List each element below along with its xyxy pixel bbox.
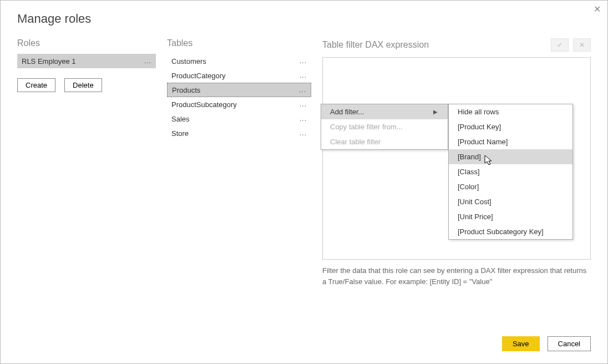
role-buttons: Create Delete (17, 78, 156, 92)
table-item-label: Sales (171, 115, 190, 123)
menu-item-label: [Brand] (458, 153, 481, 161)
menu-item-label: [Product Name] (458, 138, 508, 146)
menu-item-label: Hide all rows (458, 108, 499, 116)
ellipsis-icon[interactable]: ... (300, 57, 307, 65)
ellipsis-icon[interactable]: ... (144, 57, 151, 65)
submenu-color[interactable]: [Color] (449, 179, 572, 194)
submenu-product-name[interactable]: [Product Name] (449, 134, 572, 149)
expression-header-row: Table filter DAX expression ✓ ✕ (322, 38, 591, 52)
expression-header: Table filter DAX expression (322, 40, 429, 50)
ellipsis-icon[interactable]: ... (300, 100, 307, 108)
menu-item-label: [Product Subcategory Key] (458, 228, 544, 236)
check-icon: ✓ (557, 41, 563, 49)
ellipsis-icon[interactable]: ... (300, 72, 307, 79)
table-item-productsubcategory[interactable]: ProductSubcategory ... (167, 97, 311, 112)
role-item[interactable]: RLS Employee 1 ... (17, 54, 156, 68)
chevron-right-icon: ▶ (433, 109, 438, 115)
menu-item-label: Clear table filter (330, 138, 381, 146)
table-item-label: Products (172, 86, 200, 94)
delete-button[interactable]: Delete (64, 78, 102, 92)
menu-add-filter[interactable]: Add filter... ▶ (321, 104, 448, 119)
create-button[interactable]: Create (17, 78, 55, 92)
roles-panel: Roles RLS Employee 1 ... Create Delete (17, 38, 156, 287)
submenu-hide-all-rows[interactable]: Hide all rows (449, 104, 572, 119)
table-context-menu: Add filter... ▶ Copy table filter from..… (321, 104, 448, 150)
menu-item-label: Add filter... (330, 108, 364, 116)
menu-clear-filter: Clear table filter (321, 134, 448, 149)
ellipsis-icon[interactable]: ... (299, 86, 306, 94)
table-item-label: ProductCategory (171, 72, 226, 80)
submenu-product-key[interactable]: [Product Key] (449, 119, 572, 134)
dialog-title: Manage roles (17, 12, 591, 26)
roles-list: RLS Employee 1 ... (17, 54, 156, 68)
submenu-unit-cost[interactable]: [Unit Cost] (449, 194, 572, 209)
table-item-customers[interactable]: Customers ... (167, 54, 311, 68)
tables-list: Customers ... ProductCategory ... Produc… (167, 54, 311, 140)
menu-item-label: [Unit Cost] (458, 198, 492, 206)
tables-panel: Tables Customers ... ProductCategory ...… (167, 38, 311, 287)
ellipsis-icon[interactable]: ... (300, 129, 307, 137)
ellipsis-icon[interactable]: ... (300, 115, 307, 123)
menu-item-label: Copy table filter from... (330, 123, 403, 131)
submenu-product-subcategory-key[interactable]: [Product Subcategory Key] (449, 224, 572, 239)
expression-buttons: ✓ ✕ (551, 38, 591, 52)
clear-button[interactable]: ✕ (573, 38, 591, 52)
x-icon: ✕ (579, 41, 585, 49)
table-item-label: Store (171, 129, 189, 138)
submenu-unit-price[interactable]: [Unit Price] (449, 209, 572, 224)
table-item-productcategory[interactable]: ProductCategory ... (167, 68, 311, 83)
submenu-brand[interactable]: [Brand] (449, 149, 572, 164)
roles-header: Roles (17, 38, 156, 48)
table-item-store[interactable]: Store ... (167, 126, 311, 140)
menu-item-label: [Product Key] (458, 123, 501, 131)
cancel-button[interactable]: Cancel (548, 336, 591, 351)
add-filter-submenu: Hide all rows [Product Key] [Product Nam… (448, 104, 573, 240)
menu-copy-filter: Copy table filter from... (321, 119, 448, 134)
table-item-sales[interactable]: Sales ... (167, 112, 311, 126)
save-button[interactable]: Save (502, 336, 540, 351)
table-item-label: ProductSubcategory (171, 100, 237, 109)
table-item-label: Customers (171, 57, 206, 65)
check-button[interactable]: ✓ (551, 38, 569, 52)
menu-item-label: [Class] (458, 168, 480, 176)
menu-item-label: [Color] (458, 183, 479, 191)
tables-header: Tables (167, 38, 311, 48)
menu-item-label: [Unit Price] (458, 213, 493, 221)
dialog-buttons: Save Cancel (502, 336, 591, 351)
table-item-products[interactable]: Products ... (167, 83, 311, 97)
submenu-class[interactable]: [Class] (449, 164, 572, 179)
role-item-label: RLS Employee 1 (22, 57, 76, 65)
expression-hint: Filter the data that this role can see b… (322, 265, 589, 287)
